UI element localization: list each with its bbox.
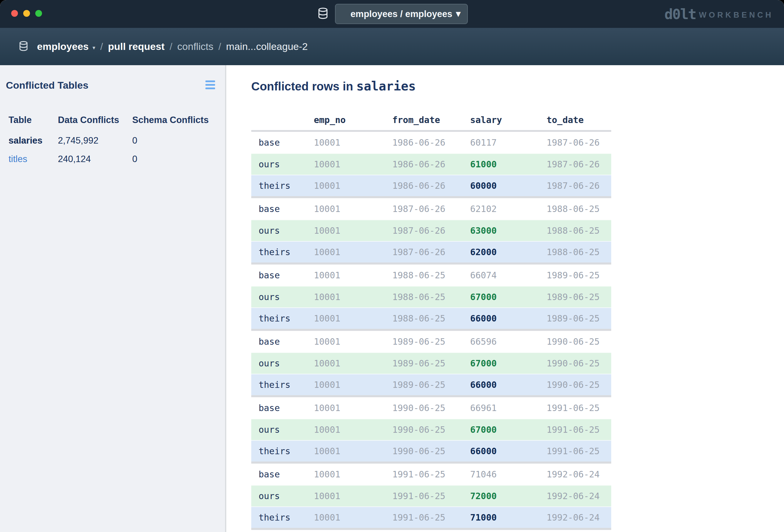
conflicted-tables-header-row: Table Data Conflicts Schema Conflicts	[8, 114, 218, 126]
breadcrumb-conflicts[interactable]: conflicts	[177, 41, 213, 52]
cell-to-date: 1990-06-25	[547, 336, 611, 347]
title-bar: employees / employees ▼ d0lt WORKBENCH	[0, 0, 784, 28]
dolt-workbench-logo: d0lt WORKBENCH	[664, 0, 774, 28]
column-header-emp-no: emp_no	[314, 115, 392, 125]
conflict-row-base: base100011991-06-25710461992-06-24	[251, 464, 611, 485]
cell-emp-no: 10001	[314, 491, 392, 501]
cell-salary: 66074	[470, 270, 547, 280]
cell-emp-no: 10001	[314, 181, 392, 191]
column-header-from-date: from_date	[392, 115, 470, 125]
cell-salary: 67000	[470, 424, 547, 435]
database-selector-dropdown[interactable]: employees / employees ▼	[335, 4, 468, 24]
cell-to-date: 1990-06-25	[547, 358, 611, 368]
cell-from-date: 1989-06-25	[392, 380, 470, 390]
row-version-label: base	[251, 469, 314, 479]
cell-from-date: 1987-06-26	[392, 204, 470, 214]
conflict-table: emp_no from_date salary to_date base1000…	[251, 110, 611, 530]
cell-salary: 66596	[470, 336, 547, 347]
cell-from-date: 1988-06-25	[392, 292, 470, 302]
window-minimize-button[interactable]	[23, 10, 30, 17]
cell-from-date: 1987-06-26	[392, 226, 470, 236]
conflict-row-theirs: theirs100011989-06-25660001990-06-25	[251, 374, 611, 395]
conflict-table-body: base100011986-06-26601171987-06-26ours10…	[251, 132, 611, 530]
cell-emp-no: 10001	[314, 292, 392, 302]
breadcrumb-pull-request[interactable]: pull request	[108, 41, 165, 52]
cell-salary: 66000	[470, 380, 547, 390]
window-close-button[interactable]	[11, 10, 18, 17]
table-link-titles[interactable]: titles	[8, 154, 58, 165]
table-row-titles[interactable]: titles 240,124 0	[8, 150, 218, 168]
cell-from-date: 1989-06-25	[392, 358, 470, 368]
chevron-down-icon[interactable]: ▾	[92, 42, 95, 51]
database-selector-value: employees / employees	[351, 9, 452, 19]
cell-emp-no: 10001	[314, 424, 392, 435]
cell-salary: 71000	[470, 512, 547, 523]
row-version-label: base	[251, 336, 314, 347]
cell-from-date: 1990-06-25	[392, 446, 470, 456]
cell-salary: 66000	[470, 313, 547, 324]
cell-emp-no: 10001	[314, 380, 392, 390]
cell-salary: 71046	[470, 469, 547, 479]
conflict-row-ours: ours100011990-06-25670001991-06-25	[251, 419, 611, 440]
cell-emp-no: 10001	[314, 313, 392, 324]
column-header-data-conflicts: Data Conflicts	[58, 115, 132, 125]
breadcrumb-separator: /	[170, 41, 172, 52]
window-zoom-button[interactable]	[35, 10, 42, 17]
conflict-row-base: base100011990-06-25669611991-06-25	[251, 397, 611, 419]
cell-from-date: 1989-06-25	[392, 336, 470, 347]
cell-emp-no: 10001	[314, 247, 392, 257]
cell-emp-no: 10001	[314, 270, 392, 280]
cell-emp-no: 10001	[314, 512, 392, 523]
cell-emp-no: 10001	[314, 138, 392, 148]
cell-salary: 67000	[470, 358, 547, 368]
breadcrumb-database[interactable]: employees	[37, 41, 89, 52]
sidebar-title: Conflicted Tables	[6, 80, 88, 91]
cell-from-date: 1986-06-26	[392, 181, 470, 191]
data-conflicts-count: 240,124	[58, 154, 132, 165]
conflict-row-base: base100011987-06-26621021988-06-25	[251, 198, 611, 219]
cell-salary: 62102	[470, 204, 547, 214]
cell-to-date: 1992-06-24	[547, 469, 611, 479]
group-separator	[251, 329, 611, 331]
row-version-label: theirs	[251, 247, 314, 257]
schema-conflicts-count: 0	[132, 154, 218, 165]
conflicted-tables-list: Table Data Conflicts Schema Conflicts sa…	[8, 114, 218, 168]
row-version-label: ours	[251, 292, 314, 302]
cell-emp-no: 10001	[314, 159, 392, 169]
cell-to-date: 1991-06-25	[547, 403, 611, 413]
conflicted-tables-sidebar: Conflicted Tables Table Data Conflicts S…	[0, 65, 225, 532]
row-version-label: ours	[251, 358, 314, 368]
cell-emp-no: 10001	[314, 226, 392, 236]
row-version-label: base	[251, 204, 314, 214]
row-version-label: ours	[251, 226, 314, 236]
conflict-row-base: base100011986-06-26601171987-06-26	[251, 132, 611, 153]
breadcrumb: employees ▾ / pull request / conflicts /…	[37, 28, 308, 65]
cell-emp-no: 10001	[314, 446, 392, 456]
cell-emp-no: 10001	[314, 403, 392, 413]
cell-to-date: 1989-06-25	[547, 270, 611, 280]
cell-from-date: 1990-06-25	[392, 403, 470, 413]
cell-to-date: 1987-06-26	[547, 159, 611, 169]
cell-emp-no: 10001	[314, 469, 392, 479]
row-version-label: theirs	[251, 512, 314, 523]
cell-salary: 72000	[470, 491, 547, 501]
table-link-salaries[interactable]: salaries	[8, 135, 58, 146]
row-version-label: theirs	[251, 313, 314, 324]
group-separator	[251, 462, 611, 464]
conflict-row-ours: ours100011988-06-25670001989-06-25	[251, 286, 611, 307]
cell-to-date: 1991-06-25	[547, 424, 611, 435]
cell-from-date: 1988-06-25	[392, 270, 470, 280]
cell-from-date: 1986-06-26	[392, 138, 470, 148]
cell-to-date: 1988-06-25	[547, 204, 611, 214]
menu-icon[interactable]	[205, 81, 215, 91]
column-header-table: Table	[8, 115, 58, 125]
cell-from-date: 1988-06-25	[392, 313, 470, 324]
cell-from-date: 1991-06-25	[392, 469, 470, 479]
cell-to-date: 1992-06-24	[547, 512, 611, 523]
conflict-row-theirs: theirs100011991-06-25710001992-06-24	[251, 506, 611, 528]
logo-workbench-text: WORKBENCH	[699, 10, 774, 20]
cell-to-date: 1987-06-26	[547, 138, 611, 148]
row-version-label: base	[251, 403, 314, 413]
column-header-salary: salary	[470, 115, 547, 125]
table-row-salaries[interactable]: salaries 2,745,992 0	[8, 131, 218, 150]
